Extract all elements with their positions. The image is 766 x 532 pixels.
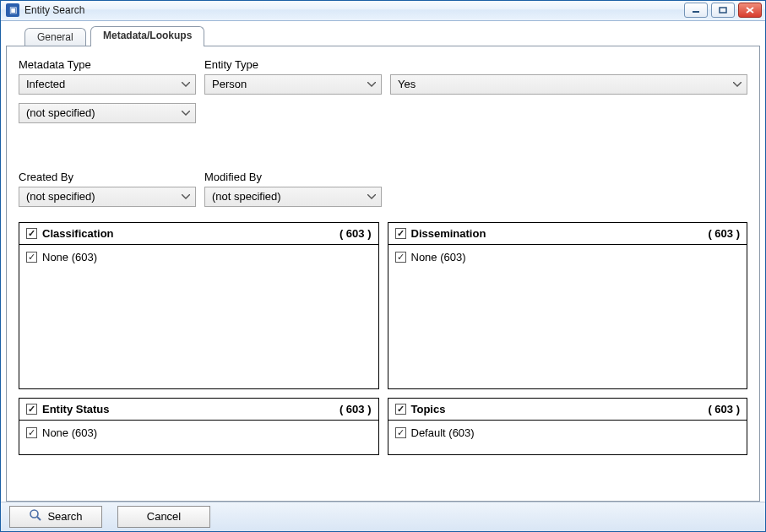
svg-point-4: [30, 510, 38, 518]
dissemination-count: ( 603 ): [708, 227, 740, 240]
checkbox-icon: [26, 404, 37, 415]
top-filters: Metadata Type Infected Entity Type Perso…: [19, 58, 747, 95]
classification-group: Classification ( 603 ) None (603): [19, 222, 379, 389]
tab-panel-metadata: Metadata Type Infected Entity Type Perso…: [6, 46, 760, 502]
metadata-type-label: Metadata Type: [19, 58, 196, 71]
topics-count: ( 603 ): [708, 403, 740, 415]
dissemination-group: Dissemination ( 603 ) None (603): [388, 222, 748, 389]
client-area: General Metadata/Lookups Metadata Type I…: [1, 21, 765, 502]
second-row: (not specified): [19, 103, 747, 123]
yes-no-combo[interactable]: Yes: [390, 74, 747, 95]
dissemination-item[interactable]: None (603): [395, 251, 466, 263]
chevron-down-icon: [182, 194, 190, 199]
not-specified-value: (not specified): [26, 106, 95, 119]
checkbox-icon: [395, 228, 406, 239]
group-panels: Classification ( 603 ) None (603) Dissem…: [19, 222, 747, 455]
search-button-label: Search: [47, 510, 82, 523]
tab-strip: General Metadata/Lookups: [24, 26, 760, 46]
chevron-down-icon: [182, 111, 190, 116]
metadata-type-value: Infected: [26, 78, 65, 90]
tab-general-label: General: [37, 31, 73, 43]
entity-status-count: ( 603 ): [340, 403, 372, 415]
topics-title: Topics: [411, 403, 446, 415]
entity-type-label: Entity Type: [204, 58, 382, 71]
topics-header: Topics ( 603 ): [388, 399, 747, 421]
entity-status-item[interactable]: None (603): [26, 426, 97, 439]
chevron-down-icon: [367, 82, 376, 87]
footer-bar: Search Cancel: [1, 502, 765, 531]
classification-item[interactable]: None (603): [26, 251, 97, 263]
not-specified-combo[interactable]: (not specified): [19, 103, 196, 123]
checkbox-icon: [26, 252, 37, 263]
entity-status-title: Entity Status: [42, 403, 109, 415]
dissemination-item-label: None (603): [411, 251, 466, 263]
classification-item-label: None (603): [42, 251, 97, 263]
entity-status-header-check[interactable]: Entity Status: [26, 403, 109, 415]
entity-type-combo[interactable]: Person: [204, 74, 382, 95]
window-title: Entity Search: [24, 4, 684, 16]
svg-line-5: [37, 517, 41, 520]
modified-by-combo[interactable]: (not specified): [204, 187, 382, 207]
minimize-button[interactable]: [684, 3, 708, 18]
checkbox-icon: [395, 252, 406, 263]
modified-by-value: (not specified): [212, 190, 281, 203]
search-icon: [29, 508, 42, 524]
created-by-label: Created By: [19, 171, 196, 183]
chevron-down-icon: [367, 194, 376, 199]
classification-title: Classification: [42, 227, 114, 240]
app-icon: ▣: [6, 3, 19, 17]
cancel-button[interactable]: Cancel: [117, 506, 210, 528]
metadata-type-combo[interactable]: Infected: [19, 74, 196, 95]
entity-type-value: Person: [212, 78, 247, 90]
checkbox-icon: [395, 427, 406, 438]
dissemination-header: Dissemination ( 603 ): [388, 223, 747, 245]
cancel-button-label: Cancel: [147, 510, 181, 523]
dissemination-header-check[interactable]: Dissemination: [395, 227, 486, 240]
created-modified-row: Created By (not specified) Modified By (…: [19, 171, 747, 207]
entity-status-header: Entity Status ( 603 ): [19, 399, 378, 421]
chevron-down-icon: [182, 82, 190, 87]
created-by-value: (not specified): [26, 190, 95, 203]
checkbox-icon: [395, 404, 406, 415]
topics-group: Topics ( 603 ) Default (603): [388, 398, 748, 455]
entity-status-group: Entity Status ( 603 ) None (603): [19, 398, 379, 455]
search-button[interactable]: Search: [9, 506, 102, 528]
tab-metadata-label: Metadata/Lookups: [103, 30, 192, 41]
yes-no-value: Yes: [398, 78, 416, 90]
svg-rect-1: [720, 8, 726, 13]
topics-header-check[interactable]: Topics: [395, 403, 446, 415]
created-by-combo[interactable]: (not specified): [19, 187, 196, 207]
maximize-button[interactable]: [711, 3, 735, 18]
tab-metadata-lookups[interactable]: Metadata/Lookups: [90, 26, 204, 46]
titlebar: ▣ Entity Search: [1, 1, 765, 21]
third-combo-label: [390, 58, 747, 71]
tab-general[interactable]: General: [24, 28, 86, 46]
chevron-down-icon: [733, 82, 742, 87]
checkbox-icon: [26, 427, 37, 438]
classification-count: ( 603 ): [340, 227, 372, 240]
modified-by-label: Modified By: [204, 171, 382, 183]
entity-status-item-label: None (603): [42, 426, 97, 439]
checkbox-icon: [26, 228, 37, 239]
window-controls: [684, 3, 762, 18]
entity-search-window: ▣ Entity Search General Metadata/Lookups: [0, 0, 766, 532]
close-button[interactable]: [738, 3, 762, 18]
classification-header: Classification ( 603 ): [19, 223, 378, 245]
topics-item[interactable]: Default (603): [395, 426, 475, 439]
topics-item-label: Default (603): [411, 426, 475, 439]
dissemination-title: Dissemination: [411, 227, 486, 240]
classification-header-check[interactable]: Classification: [26, 227, 114, 240]
